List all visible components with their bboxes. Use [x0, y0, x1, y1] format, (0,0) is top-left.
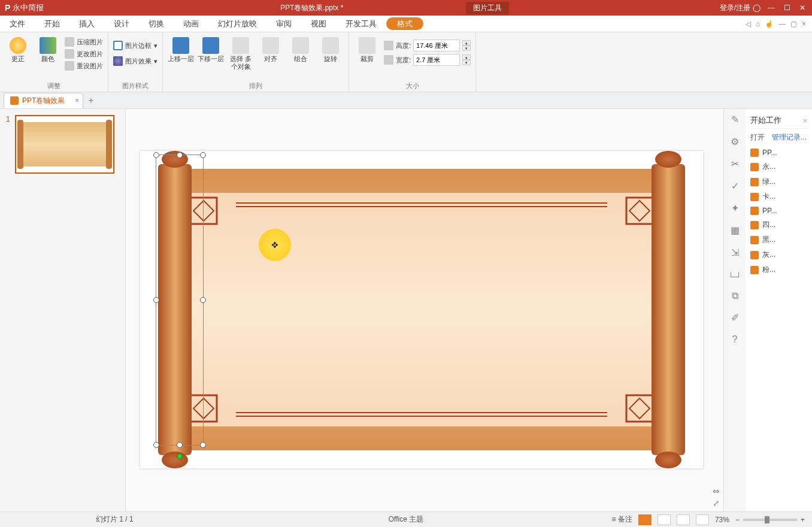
thumbnail-item[interactable]: 1	[6, 115, 119, 174]
ppt-file-icon	[750, 251, 759, 259]
ppt-file-icon	[750, 163, 759, 171]
login-link[interactable]: 登录/注册◯	[720, 3, 761, 13]
recent-file-item[interactable]: 粉...	[749, 262, 808, 277]
help-icon[interactable]: ?	[732, 334, 738, 345]
document-name: PPT卷轴效果.pptx *	[280, 3, 343, 13]
zoom-value: 73%	[715, 516, 729, 524]
theme-label: Office 主题	[389, 514, 423, 525]
ppt-file-icon	[750, 236, 759, 244]
settings-icon[interactable]: ⚙	[731, 136, 739, 147]
tab-animation[interactable]: 动画	[174, 16, 208, 32]
title-bar: P 永中简报 PPT卷轴效果.pptx * 图片工具 登录/注册◯ — ☐ ✕	[0, 0, 812, 16]
correction-button[interactable]: 更正	[5, 35, 31, 63]
window-maximize[interactable]: ☐	[782, 4, 792, 12]
color-button[interactable]: 颜色	[35, 35, 61, 63]
window-minimize[interactable]: —	[766, 4, 776, 12]
notes-toggle[interactable]: ≡ 备注	[612, 514, 632, 525]
add-tab-button[interactable]: +	[88, 95, 93, 106]
manage-records-link[interactable]: 管理记录...	[772, 132, 807, 143]
recent-file-item[interactable]: 黑...	[749, 232, 808, 247]
recent-file-item[interactable]: 灰...	[749, 247, 808, 262]
window-close[interactable]: ✕	[798, 4, 807, 12]
copy-icon[interactable]: ⧉	[732, 290, 738, 301]
shape-icon[interactable]: ✦	[731, 202, 739, 214]
height-down[interactable]: ▾	[462, 46, 471, 51]
crop-button[interactable]: 裁剪	[354, 35, 380, 63]
rotate-button[interactable]: 旋转	[317, 35, 344, 63]
tab-dev[interactable]: 开发工具	[336, 16, 386, 32]
tab-format[interactable]: 格式	[386, 17, 423, 30]
brush-icon[interactable]: ✓	[731, 180, 739, 192]
tab-home[interactable]: 开始	[35, 16, 69, 32]
fit-page-icon[interactable]: ⤢	[713, 498, 720, 508]
group-label: 大小	[354, 80, 471, 92]
ribbon-restore[interactable]: ▢	[790, 20, 797, 28]
hand-icon[interactable]: ☝	[765, 20, 774, 28]
panel-close-icon[interactable]: ×	[802, 116, 807, 125]
view-slideshow[interactable]	[696, 514, 709, 525]
mouse-icon[interactable]: ⌴	[730, 269, 740, 280]
select-multi-button[interactable]: 选择 多个对象	[228, 35, 254, 71]
effects-icon	[113, 56, 123, 66]
ribbon-minimize[interactable]: —	[778, 20, 786, 28]
grid-icon[interactable]: ▦	[731, 225, 740, 236]
nav-back-icon[interactable]: ◁	[746, 20, 751, 28]
recent-file-item[interactable]: PP...	[749, 204, 808, 217]
bring-forward-button[interactable]: 上移一层	[168, 35, 194, 63]
view-sorter[interactable]	[658, 514, 671, 525]
pic-effects-button[interactable]: 图片效果 ▾	[113, 56, 157, 66]
open-label: 打开	[750, 132, 765, 143]
pic-border-button[interactable]: 图片边框 ▾	[113, 41, 157, 50]
scissors-icon[interactable]: ✂	[731, 158, 739, 169]
tab-view[interactable]: 视图	[301, 16, 336, 32]
side-panel: ✎ ⚙ ✂ ✓ ✦ ▦ ⇲ ⌴ ⧉ ✐ ? 开始工作 × 打开 管理记录... …	[723, 109, 812, 511]
slide-thumbnails: 1	[0, 109, 126, 511]
tab-transition[interactable]: 切换	[139, 16, 174, 32]
slide[interactable]	[140, 151, 703, 468]
document-tab[interactable]: PPT卷轴效果 ×	[4, 93, 83, 108]
recent-file-item[interactable]: 卡...	[749, 189, 808, 204]
align-button[interactable]: 对齐	[257, 35, 284, 63]
view-normal[interactable]	[638, 514, 652, 525]
height-input[interactable]	[413, 40, 460, 52]
close-tab-icon[interactable]: ×	[75, 96, 79, 105]
tab-file[interactable]: 文件	[0, 16, 35, 32]
align-icon	[262, 37, 279, 54]
pen-icon[interactable]: ✎	[731, 114, 739, 125]
slide-number: 1	[6, 115, 10, 174]
file-name: PP...	[762, 207, 777, 215]
reset-pic-button[interactable]: 重设图片	[65, 61, 103, 71]
slide-thumbnail[interactable]	[15, 115, 114, 174]
change-pic-button[interactable]: 更改图片	[65, 49, 103, 59]
nav-up-icon[interactable]: ⌂	[756, 20, 760, 28]
svg-rect-5	[193, 398, 214, 419]
recent-file-item[interactable]: PP...	[749, 146, 808, 159]
tab-slideshow[interactable]: 幻灯片放映	[208, 16, 266, 32]
change-icon	[65, 49, 74, 59]
export-icon[interactable]: ⇲	[731, 247, 739, 258]
brightness-icon	[10, 37, 26, 54]
zoom-slider[interactable]: − +	[735, 516, 805, 524]
edit-icon[interactable]: ✐	[731, 312, 739, 323]
ribbon-close[interactable]: ×	[802, 20, 806, 28]
width-up[interactable]: ▴	[462, 54, 471, 60]
recent-file-item[interactable]: 绿...	[749, 174, 808, 189]
send-backward-button[interactable]: 下移一层	[198, 35, 224, 63]
height-up[interactable]: ▴	[462, 40, 471, 46]
tab-insert[interactable]: 插入	[69, 16, 104, 32]
group-picstyle: 图片边框 ▾ 图片效果 ▾ 图片样式	[108, 32, 163, 92]
width-down[interactable]: ▾	[462, 60, 471, 65]
zoom-in[interactable]: +	[801, 516, 805, 524]
backward-icon	[202, 37, 219, 54]
group-button[interactable]: 组合	[287, 35, 314, 63]
tab-design[interactable]: 设计	[104, 16, 139, 32]
tab-review[interactable]: 审阅	[266, 16, 301, 32]
recent-file-item[interactable]: 四...	[749, 217, 808, 232]
canvas-area[interactable]: ⇔ ⤢	[126, 109, 723, 511]
view-reading[interactable]	[677, 514, 690, 525]
recent-file-item[interactable]: 永...	[749, 159, 808, 174]
width-input[interactable]	[413, 54, 460, 66]
compress-pic-button[interactable]: 压缩图片	[65, 37, 103, 47]
zoom-out[interactable]: −	[735, 516, 740, 524]
fit-width-icon[interactable]: ⇔	[713, 486, 720, 496]
